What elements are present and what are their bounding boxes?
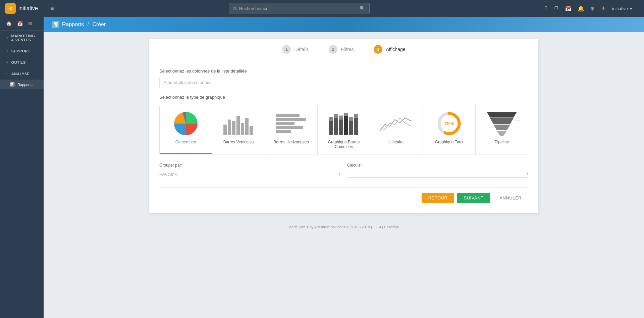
plus-icon-2: + — [6, 49, 9, 53]
svg-rect-23 — [354, 114, 358, 118]
svg-rect-13 — [329, 117, 333, 121]
bell-icon[interactable]: 🔔 — [578, 5, 584, 12]
svg-rect-12 — [329, 121, 333, 135]
sidebar-item-support[interactable]: + Support — [0, 45, 44, 57]
sidebar-item-marketing[interactable]: + Marketing & Ventes — [0, 31, 44, 45]
svg-text:75%: 75% — [444, 121, 454, 126]
svg-rect-21 — [349, 117, 353, 121]
pipeline-preview: —— —— —— — [482, 110, 522, 137]
sidebar-item-rapports[interactable]: 📊 Rapports — [0, 80, 44, 89]
clock-icon[interactable]: ⏱ — [553, 5, 559, 11]
calculs-label: Calculs* — [347, 163, 528, 168]
chart-type-camembert[interactable]: Camembert — [160, 105, 212, 154]
chart-type-barres-cumulees[interactable]: Graphique Barres Cumulees — [318, 105, 370, 154]
calculs-select[interactable]: ▾ — [347, 170, 528, 178]
svg-rect-20 — [349, 121, 353, 135]
svg-rect-11 — [276, 130, 291, 133]
hamburger-menu[interactable]: ≡ — [44, 5, 61, 12]
svg-rect-1 — [228, 120, 231, 135]
reports-icon: 📊 — [10, 82, 15, 87]
columns-input[interactable]: Ajouter plus de colonnes — [159, 77, 528, 88]
svg-rect-7 — [276, 114, 300, 117]
step-details-label: Détails — [294, 47, 309, 52]
home-icon[interactable]: 🏠 — [3, 19, 14, 28]
group-by-required: * — [181, 163, 183, 168]
filter-icon: ⧉ — [233, 6, 236, 11]
camembert-label: Camembert — [175, 140, 197, 144]
cancel-button[interactable]: ANNULER — [493, 193, 528, 203]
pipeline-label: Pipeline — [495, 140, 509, 144]
breadcrumb-current: Créer — [92, 21, 106, 27]
svg-marker-28 — [490, 118, 514, 124]
svg-rect-22 — [354, 118, 358, 135]
chart-type-pipeline[interactable]: —— —— —— Pipeline — [476, 105, 528, 154]
calendar-sidebar-icon[interactable]: 📅 — [14, 19, 25, 28]
user-menu[interactable]: initiative ▾ — [612, 6, 637, 11]
breadcrumb: Rapports / Créer — [62, 21, 106, 28]
group-by-field: Grouper par* --Aucun-- ▾ — [159, 163, 340, 179]
sidebar-menu: + Marketing & Ventes + Support + Outils … — [0, 31, 44, 89]
nav-icons: ? ⏱ 📅 🔔 ⊕ ☀ initiative ▾ — [538, 5, 644, 12]
barres-verticales-preview — [218, 110, 259, 137]
svg-rect-14 — [334, 118, 338, 135]
svg-rect-2 — [232, 121, 235, 135]
step-affichage-num: 3 — [374, 45, 382, 54]
username: initiative — [612, 6, 628, 11]
step-filtres[interactable]: 2 Filtres — [329, 45, 354, 54]
svg-marker-30 — [497, 131, 507, 136]
chart-type-label: Sélectionnez le type de graphique — [159, 95, 528, 100]
step-details-num: 1 — [282, 45, 291, 54]
svg-rect-17 — [339, 116, 343, 120]
svg-rect-18 — [344, 116, 348, 135]
step-affichage[interactable]: 3 Affichage — [374, 45, 405, 54]
barres-cumulees-preview — [324, 110, 364, 137]
chart-types-container: Camembert — [159, 105, 528, 154]
footer-text: Made with ♥ by ABOnline solutions © 2016… — [288, 225, 399, 229]
stepper: 1 Détails 2 Filtres 3 Affichage — [149, 39, 538, 60]
sidebar-quick-icons: 🏠 📅 ✉ — [0, 17, 44, 31]
sidebar-item-support-label: Support — [11, 49, 31, 53]
page-header-icon: 📊 — [52, 21, 59, 28]
group-by-select[interactable]: --Aucun-- ▾ — [159, 170, 340, 179]
step-affichage-label: Affichage — [386, 47, 405, 52]
step-details[interactable]: 1 Détails — [282, 45, 309, 54]
svg-marker-27 — [487, 112, 517, 118]
search-box[interactable]: ⧉ 🔍 — [229, 3, 370, 14]
main-content: 1 Détails 2 Filtres 3 Affichage Sélectio… — [44, 32, 644, 317]
page-footer: Made with ♥ by ABOnline solutions © 2016… — [50, 220, 637, 234]
top-navbar: in initiative ≡ ⧉ 🔍 ? ⏱ 📅 🔔 ⊕ ☀ initiati… — [0, 0, 644, 17]
app-logo[interactable]: in — [5, 3, 16, 14]
help-icon[interactable]: ? — [544, 5, 547, 11]
form-actions: RETOUR SUIVANT ANNULER — [159, 187, 528, 203]
mail-icon[interactable]: ✉ — [25, 19, 35, 28]
add-icon[interactable]: ⊕ — [590, 5, 595, 12]
logo-area: in initiative — [0, 3, 44, 14]
fields-row: Grouper par* --Aucun-- ▾ Calculs* — [159, 163, 528, 179]
chart-type-taux[interactable]: 75% Graphique Taux — [423, 105, 476, 154]
chart-type-barres-verticales[interactable]: Barres Verticales — [212, 105, 265, 154]
calculs-required: * — [360, 163, 362, 168]
chart-type-lineaire[interactable]: Linéaire — [370, 105, 423, 154]
svg-rect-15 — [334, 114, 338, 118]
sidebar-item-analyse[interactable]: − Analyse — [0, 68, 44, 80]
svg-rect-5 — [245, 118, 249, 135]
sidebar-item-analyse-label: Analyse — [11, 72, 30, 76]
calendar-icon[interactable]: 📅 — [565, 5, 572, 12]
form-card: 1 Détails 2 Filtres 3 Affichage Sélectio… — [149, 39, 538, 213]
step-filtres-num: 2 — [329, 45, 337, 54]
svg-rect-10 — [276, 126, 303, 129]
chart-type-barres-horizontales[interactable]: Barres Horizontales — [265, 105, 318, 154]
step-filtres-label: Filtres — [341, 47, 354, 52]
svg-rect-4 — [241, 123, 244, 135]
search-input[interactable] — [239, 6, 357, 11]
svg-rect-16 — [339, 120, 343, 135]
next-button[interactable]: SUIVANT — [457, 193, 490, 203]
form-body: Sélectionnez les colonnes de la liste dé… — [149, 60, 538, 213]
group-by-label: Grouper par* — [159, 163, 340, 168]
breadcrumb-parent[interactable]: Rapports — [62, 21, 84, 27]
sidebar-item-outils[interactable]: + Outils — [0, 57, 44, 68]
back-button[interactable]: RETOUR — [422, 193, 454, 203]
user-dropdown-arrow: ▾ — [630, 6, 632, 11]
group-by-arrow: ▾ — [339, 172, 340, 176]
app-name: initiative — [18, 5, 38, 11]
